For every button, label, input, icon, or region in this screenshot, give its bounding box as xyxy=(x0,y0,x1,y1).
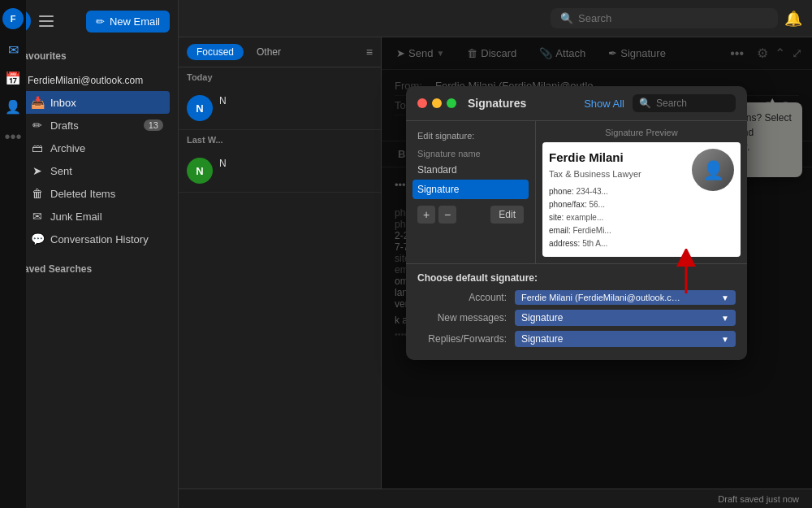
remove-signature-button[interactable]: − xyxy=(438,206,456,224)
email-sender: N xyxy=(219,158,373,169)
close-button[interactable] xyxy=(417,98,427,108)
signature-list: Signature name Standard Signature xyxy=(412,147,529,199)
new-email-button[interactable]: ✏ New Email xyxy=(86,11,170,33)
account-header[interactable]: ▼ FerdieMilani@outlook.com xyxy=(8,70,170,91)
minimize-button[interactable] xyxy=(432,98,442,108)
sidebar-item-deleted[interactable]: 🗑 Deleted Items xyxy=(8,182,170,205)
filter-icon[interactable]: ≡ xyxy=(366,46,373,59)
conversation-icon: 💬 xyxy=(31,232,44,245)
default-signature-section: Choose default signature: Account: Ferdi… xyxy=(406,263,747,360)
inbox-icon: 📥 xyxy=(31,96,44,109)
top-bar-actions: 🔔 xyxy=(778,10,802,28)
traffic-lights xyxy=(417,98,456,108)
junk-icon: ✉ xyxy=(31,210,44,223)
search-input[interactable] xyxy=(578,12,757,24)
select-arrow-icon: ▼ xyxy=(721,293,729,302)
search-bar: 🔍 xyxy=(551,8,778,28)
select-arrow-icon: ▼ xyxy=(721,314,729,323)
sidebar-item-archive[interactable]: 🗃 Archive xyxy=(8,137,170,159)
sig-item-standard[interactable]: Standard xyxy=(412,160,529,180)
preview-label: Signature Preview xyxy=(542,128,741,142)
email-list-header: Focused Other ≡ xyxy=(179,37,381,67)
modal-title: Signatures xyxy=(468,97,526,110)
sig-col-header: Signature name xyxy=(412,147,529,160)
top-bar: 🔍 🔔 xyxy=(179,0,812,37)
account-select[interactable]: Ferdie Milani (FerdieMilani@outlook.com)… xyxy=(515,290,736,305)
email-list: Focused Other ≡ Today N N Last W... N N xyxy=(179,37,382,488)
icon-strip: F ✉ 📅 👤 ••• xyxy=(0,0,26,508)
search-icon: 🔍 xyxy=(560,12,573,24)
sidebar-header: F ✏ New Email xyxy=(0,0,178,42)
preview-avatar: 👤 xyxy=(692,149,734,191)
replies-row: Replies/Forwards: Signature ▼ xyxy=(417,331,736,347)
sidebar-navigation: ▶ Favourites ▼ FerdieMilani@outlook.com … xyxy=(0,42,178,284)
sidebar-item-conversation[interactable]: 💬 Conversation History xyxy=(8,228,170,250)
email-date-last-week: Last W... xyxy=(179,130,381,150)
preview-content: Ferdie Milani Tax & Business Lawyer phon… xyxy=(549,149,734,250)
notification-icon[interactable]: 🔔 xyxy=(784,10,802,28)
sidebar-item-saved-searches[interactable]: ▶ Saved Searches xyxy=(0,257,178,281)
show-all-button[interactable]: Show All xyxy=(584,98,624,110)
signature-list-panel: Edit signature: Signature name Standard … xyxy=(406,121,536,263)
preview-details: phone: 234-43... phone/fax: 56... site: … xyxy=(549,185,685,250)
modal-body: Edit signature: Signature name Standard … xyxy=(406,121,747,263)
sig-controls: + − Edit xyxy=(412,199,529,227)
modal-overlay: Signatures Show All 🔍 Edit signature xyxy=(382,37,812,488)
account-section: ▼ FerdieMilani@outlook.com 📥 Inbox ✏ Dra… xyxy=(0,67,178,254)
draft-saved-text: Draft saved just now xyxy=(718,494,799,504)
preview-text-side: Ferdie Milani Tax & Business Lawyer phon… xyxy=(549,149,685,250)
compose-area: ➤ Send ▼ 🗑 Discard 📎 Attach ✒ Signat xyxy=(382,37,812,488)
sig-item-signature[interactable]: Signature xyxy=(412,180,529,199)
account-row: Account: Ferdie Milani (FerdieMilani@out… xyxy=(417,290,736,305)
signature-preview-panel: Signature Preview Ferdie Milani Tax & Bu… xyxy=(536,121,747,263)
strip-mail-icon[interactable]: ✉ xyxy=(8,42,19,58)
choose-default-label: Choose default signature: xyxy=(417,272,736,284)
modal-header: Signatures Show All 🔍 xyxy=(406,86,747,121)
strip-contacts-icon[interactable]: 👤 xyxy=(5,99,21,115)
edit-sig-label: Edit signature: xyxy=(412,128,529,147)
modal-search-icon: 🔍 xyxy=(639,98,651,109)
sidebar-item-junk[interactable]: ✉ Junk Email xyxy=(8,205,170,228)
new-messages-select[interactable]: Signature ▼ xyxy=(515,310,736,326)
archive-icon: 🗃 xyxy=(31,141,44,154)
edit-signature-button[interactable]: Edit xyxy=(490,206,524,224)
email-sender: N xyxy=(219,95,373,106)
tab-focused[interactable]: Focused xyxy=(187,44,244,60)
sidebar-item-inbox[interactable]: 📥 Inbox xyxy=(8,91,170,114)
status-bar: Draft saved just now xyxy=(179,488,812,508)
list-item[interactable]: N N xyxy=(179,150,381,193)
select-arrow-icon: ▼ xyxy=(721,335,729,344)
modal-search-input[interactable] xyxy=(656,98,729,109)
sidebar: F ✏ New Email ▶ Favourites ▼ FerdieMilan… xyxy=(0,0,179,508)
add-signature-button[interactable]: + xyxy=(417,206,435,224)
strip-avatar[interactable]: F xyxy=(2,8,24,29)
avatar: N xyxy=(187,95,213,121)
sidebar-item-sent[interactable]: ➤ Sent xyxy=(8,159,170,182)
maximize-button[interactable] xyxy=(447,98,456,108)
drafts-badge: 13 xyxy=(144,119,163,131)
strip-calendar-icon[interactable]: 📅 xyxy=(5,71,21,86)
new-messages-row: New messages: Signature ▼ xyxy=(417,310,736,326)
account-field-label: Account: xyxy=(417,292,515,303)
strip-more-icon[interactable]: ••• xyxy=(4,128,21,146)
signature-modal: Signatures Show All 🔍 Edit signature xyxy=(406,86,747,360)
new-messages-label: New messages: xyxy=(417,312,515,323)
sidebar-item-drafts[interactable]: ✏ Drafts 13 xyxy=(8,114,170,137)
sidebar-item-favourites[interactable]: ▶ Favourites xyxy=(0,46,178,67)
deleted-icon: 🗑 xyxy=(31,187,44,200)
content-area: Focused Other ≡ Today N N Last W... N N xyxy=(179,37,812,488)
preview-box: Ferdie Milani Tax & Business Lawyer phon… xyxy=(542,142,741,257)
modal-search: 🔍 xyxy=(633,94,736,112)
main-area: 🔍 🔔 Focused Other ≡ Today N xyxy=(179,0,812,508)
replies-label: Replies/Forwards: xyxy=(417,333,515,345)
replies-select[interactable]: Signature ▼ xyxy=(515,331,736,347)
hamburger-button[interactable] xyxy=(37,11,57,31)
drafts-icon: ✏ xyxy=(31,119,44,132)
avatar: N xyxy=(187,158,213,184)
tab-other[interactable]: Other xyxy=(250,44,287,60)
preview-name: Ferdie Milani xyxy=(549,149,685,167)
preview-title: Tax & Business Lawyer xyxy=(549,167,685,181)
new-email-icon: ✏ xyxy=(96,15,105,28)
email-date-today: Today xyxy=(179,67,381,87)
list-item[interactable]: N N xyxy=(179,87,381,130)
